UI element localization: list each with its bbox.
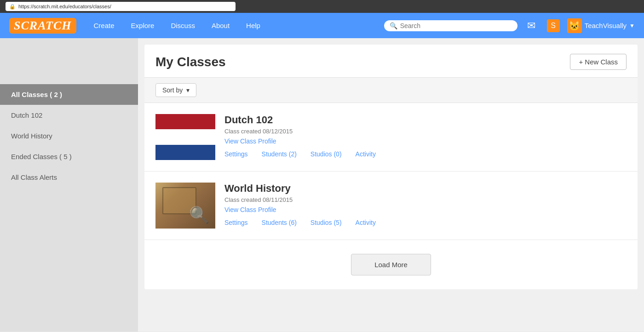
search-icon: 🔍 [390, 22, 397, 29]
activity-link-world-history[interactable]: Activity [356, 219, 376, 226]
sidebar-item-world-history[interactable]: World History [0, 126, 138, 146]
class-name-world-history: World History [224, 183, 627, 195]
content-area: My Classes + New Class Sort by ▾ [138, 38, 644, 332]
class-card-dutch-102: Dutch 102 Class created 08/12/2015 View … [144, 103, 638, 172]
class-info-dutch-102: Dutch 102 Class created 08/12/2015 View … [224, 114, 627, 158]
students-link-world-history[interactable]: Students (6) [262, 219, 297, 226]
page-title: My Classes [155, 55, 226, 69]
main-layout: All Classes ( 2 ) Dutch 102 World Histor… [0, 38, 644, 332]
content-card: My Classes + New Class Sort by ▾ [144, 45, 638, 289]
dutch-flag-image [155, 114, 215, 160]
search-box: 🔍 [384, 20, 518, 31]
class-card-world-history: 🔍 World History Class created 08/11/2015… [144, 172, 638, 240]
students-link-dutch-102[interactable]: Students (2) [262, 150, 297, 158]
class-name-dutch-102: Dutch 102 [224, 114, 627, 126]
page-header: My Classes + New Class [144, 45, 638, 77]
sidebar-item-dutch-102[interactable]: Dutch 102 [0, 105, 138, 126]
sort-by-button[interactable]: Sort by ▾ [155, 83, 196, 97]
class-actions-world-history: Settings Students (6) Studios (5) Activi… [224, 219, 627, 226]
user-avatar: 🐱 [567, 18, 582, 33]
lock-icon: 🔒 [9, 4, 16, 10]
settings-link-world-history[interactable]: Settings [224, 219, 248, 226]
class-created-dutch-102: Class created 08/12/2015 [224, 128, 627, 135]
dutch-flag-red [155, 114, 215, 129]
sort-bar: Sort by ▾ [144, 77, 638, 103]
magnify-icon: 🔍 [189, 206, 210, 225]
settings-link-dutch-102[interactable]: Settings [224, 150, 248, 158]
view-profile-link-world-history[interactable]: View Class Profile [224, 206, 627, 213]
nav-about[interactable]: About [203, 13, 238, 38]
notifications-icon[interactable]: S [545, 17, 562, 34]
url-text: https://scratch.mit.edu/educators/classe… [18, 4, 111, 9]
nav-discuss[interactable]: Discuss [162, 13, 203, 38]
browser-chrome: 🔒 https://scratch.mit.edu/educators/clas… [0, 0, 644, 13]
search-area: 🔍 ✉ S 🐱 TeachVisually ▼ [384, 17, 635, 34]
sort-by-chevron-icon: ▾ [186, 86, 190, 94]
dutch-flag-white [155, 129, 215, 144]
studios-link-dutch-102[interactable]: Studios (0) [310, 150, 342, 158]
sort-by-label: Sort by [162, 86, 183, 94]
search-input[interactable] [400, 22, 512, 29]
class-actions-dutch-102: Settings Students (2) Studios (0) Activi… [224, 150, 627, 158]
sidebar: All Classes ( 2 ) Dutch 102 World Histor… [0, 38, 138, 332]
new-class-button[interactable]: + New Class [570, 54, 627, 70]
dropdown-arrow-icon: ▼ [629, 23, 635, 29]
world-history-image: 🔍 [155, 183, 215, 229]
class-info-world-history: World History Class created 08/11/2015 V… [224, 183, 627, 226]
sidebar-item-ended-classes[interactable]: Ended Classes ( 5 ) [0, 146, 138, 167]
messages-icon[interactable]: ✉ [523, 17, 540, 34]
view-profile-link-dutch-102[interactable]: View Class Profile [224, 137, 627, 145]
class-created-world-history: Class created 08/11/2015 [224, 196, 627, 203]
load-more-button[interactable]: Load More [351, 254, 431, 275]
activity-link-dutch-102[interactable]: Activity [356, 150, 376, 158]
nav-explore[interactable]: Explore [123, 13, 163, 38]
nav-create[interactable]: Create [86, 13, 123, 38]
nav-help[interactable]: Help [238, 13, 269, 38]
sidebar-item-all-classes[interactable]: All Classes ( 2 ) [0, 84, 138, 105]
class-thumbnail-dutch-102 [155, 114, 215, 160]
username: TeachVisually [585, 22, 627, 29]
url-bar[interactable]: 🔒 https://scratch.mit.edu/educators/clas… [6, 2, 236, 11]
user-menu[interactable]: 🐱 TeachVisually ▼ [567, 18, 635, 33]
scratch-logo[interactable]: SCRATCH [9, 18, 76, 34]
studios-link-world-history[interactable]: Studios (5) [310, 219, 342, 226]
sidebar-item-all-alerts[interactable]: All Class Alerts [0, 167, 138, 188]
dutch-flag-blue [155, 145, 215, 160]
class-thumbnail-world-history: 🔍 [155, 183, 215, 229]
navbar: SCRATCH Create Explore Discuss About Hel… [0, 13, 644, 38]
load-more-area: Load More [144, 240, 638, 289]
